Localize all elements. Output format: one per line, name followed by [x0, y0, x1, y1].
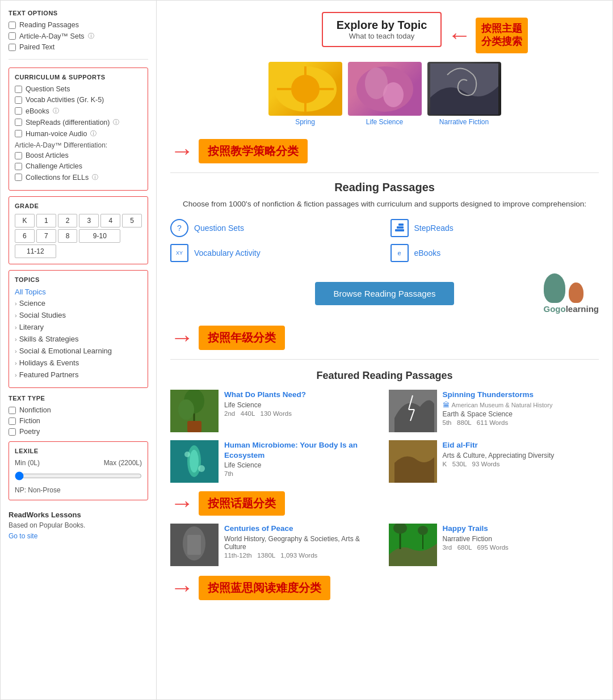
boost-articles-checkbox[interactable]: [15, 152, 22, 159]
vocab-activities-checkbox[interactable]: [15, 96, 22, 104]
trails-topic: Narrative Fiction: [443, 535, 599, 543]
readworks-link[interactable]: Go to site: [9, 532, 37, 540]
bird1-icon: [544, 273, 565, 303]
ebooks-icon: e: [391, 244, 409, 262]
sidebar-item-literary[interactable]: › Literary: [15, 322, 142, 332]
readworks-section: ReadWorks Lessons Based on Popular Books…: [9, 511, 148, 540]
grade-6[interactable]: 6: [15, 229, 35, 243]
sidebar-item-science[interactable]: › Science: [15, 298, 142, 308]
svg-rect-29: [187, 535, 201, 555]
trails-title[interactable]: Happy Trails: [443, 524, 599, 534]
grade-7[interactable]: 7: [36, 229, 56, 243]
ebooks-info-icon: ⓘ: [53, 107, 59, 115]
grade-k[interactable]: K: [15, 214, 35, 227]
reading-passages-checkbox[interactable]: [9, 22, 16, 29]
ebooks-checkbox[interactable]: [15, 107, 22, 115]
grade-1[interactable]: 1: [36, 214, 56, 227]
boost-articles-option[interactable]: Boost Articles: [15, 151, 142, 159]
nonfiction-checkbox[interactable]: [9, 407, 16, 414]
explore-subtitle: What to teach today: [337, 32, 427, 40]
eid-info: Eid al-Fitr Arts & Culture, Appreciating…: [443, 440, 599, 467]
plants-title[interactable]: What Do Plants Need?: [224, 390, 381, 400]
grade-11-12[interactable]: 11-12: [15, 244, 56, 258]
peace-title[interactable]: Centuries of Peace: [224, 524, 381, 534]
human-voice-option[interactable]: Human-voice Audio ⓘ: [15, 129, 142, 138]
micro-title[interactable]: Human Microbiome: Your Body Is an Ecosys…: [224, 440, 381, 460]
peace-thumbnail: [170, 524, 219, 566]
human-voice-info-icon: ⓘ: [90, 129, 96, 138]
lexile-range-row: Min (0L) Max (2200L): [15, 459, 142, 467]
paired-text-option[interactable]: Paired Text: [9, 43, 148, 51]
reading-passages-option[interactable]: Reading Passages: [9, 21, 148, 29]
grade-8[interactable]: 8: [58, 229, 78, 243]
sidebar-item-skills[interactable]: › Skills & Strategies: [15, 334, 142, 344]
all-topics-link[interactable]: All Topics: [15, 288, 142, 296]
thunder-title[interactable]: Spinning Thunderstorms: [443, 390, 599, 400]
grade-2[interactable]: 2: [58, 214, 78, 227]
sidebar-item-holidays[interactable]: › Holidays & Events: [15, 358, 142, 368]
human-voice-checkbox[interactable]: [15, 130, 22, 137]
grade-title: GRADE: [15, 203, 142, 209]
poetry-checkbox[interactable]: [9, 428, 16, 436]
readworks-subtitle: Based on Popular Books.: [9, 521, 148, 529]
paired-text-checkbox[interactable]: [9, 44, 16, 51]
passage-grid-2: Centuries of Peace World History, Geogra…: [170, 524, 599, 566]
gogolearning-logo: Gogolearning: [454, 273, 599, 314]
stepreads-option[interactable]: StepReads (differentiation) ⓘ: [15, 118, 142, 126]
sel-label: Social & Emotional Learning: [19, 347, 112, 355]
chevron-right-icon: ›: [15, 324, 17, 331]
challenge-articles-checkbox[interactable]: [15, 163, 22, 170]
article-aday-label: Article-A-Day™ Sets: [19, 32, 85, 40]
svg-rect-16: [187, 421, 201, 432]
stepreads-checkbox[interactable]: [15, 119, 22, 126]
vocab-feature-label: Vocabulary Activity: [194, 248, 261, 258]
collections-ells-option[interactable]: Collections for ELLs ⓘ: [15, 173, 142, 182]
browse-reading-passages-button[interactable]: Browse Reading Passages: [315, 282, 454, 305]
challenge-articles-option[interactable]: Challenge Articles: [15, 162, 142, 170]
spring-label: Spring: [268, 118, 342, 126]
article-aday-checkbox[interactable]: [9, 32, 16, 40]
svg-rect-12: [398, 224, 404, 226]
article-aday-option[interactable]: Article-A-Day™ Sets ⓘ: [9, 32, 148, 40]
lexile-annotation: ← 按照蓝思阅读难度分类: [170, 574, 599, 601]
ebooks-option[interactable]: eBooks ⓘ: [15, 107, 142, 115]
literary-label: Literary: [19, 323, 44, 331]
vocab-activities-option[interactable]: Vocab Activities (Gr. K-5): [15, 96, 142, 104]
collections-ells-info-icon: ⓘ: [92, 173, 98, 182]
explore-box: Explore by Topic What to teach today: [322, 12, 442, 47]
eid-meta: K 530L 93 Words: [443, 461, 599, 467]
nonfiction-option[interactable]: Nonfiction: [9, 406, 148, 414]
grade-4[interactable]: 4: [100, 214, 120, 227]
poetry-option[interactable]: Poetry: [9, 428, 148, 436]
reading-passages-desc: Choose from 1000's of nonfiction & ficti…: [170, 199, 599, 210]
passage-card-eid: Eid al-Fitr Arts & Culture, Appreciating…: [389, 440, 599, 483]
topic-spring[interactable]: Spring: [268, 62, 342, 126]
svg-rect-10: [395, 229, 404, 231]
lexile-min-label: Min (0L): [15, 459, 40, 467]
question-sets-option[interactable]: Question Sets: [15, 85, 142, 93]
topic-lifescience[interactable]: Life Science: [348, 62, 422, 126]
grade-3[interactable]: 3: [79, 214, 99, 227]
feature-vocab[interactable]: XY Vocabulary Activity: [170, 244, 379, 262]
svg-rect-11: [397, 226, 404, 229]
grade-9-10[interactable]: 9-10: [79, 229, 120, 243]
thunder-topic: Earth & Space Science: [443, 410, 599, 418]
svg-point-25: [198, 465, 205, 472]
bird2-icon: [569, 282, 583, 303]
sidebar-item-featured-partners[interactable]: › Featured Partners: [15, 370, 142, 379]
fiction-checkbox[interactable]: [9, 418, 16, 425]
grade-5[interactable]: 5: [122, 214, 142, 227]
browse-row: Browse Reading Passages Gogolearning: [170, 273, 599, 314]
question-sets-checkbox[interactable]: [15, 86, 22, 93]
feature-ebooks[interactable]: e eBooks: [391, 244, 599, 262]
nonfiction-label: Nonfiction: [19, 406, 51, 414]
feature-question-sets[interactable]: ? Question Sets: [170, 219, 379, 237]
collections-ells-checkbox[interactable]: [15, 174, 22, 181]
eid-title[interactable]: Eid al-Fitr: [443, 440, 599, 450]
topic-narrativefiction[interactable]: Narrative Fiction: [427, 62, 501, 126]
lexile-slider[interactable]: [15, 471, 142, 480]
sidebar-item-sel[interactable]: › Social & Emotional Learning: [15, 346, 142, 356]
feature-stepreads[interactable]: StepReads: [391, 219, 599, 237]
sidebar-item-social-studies[interactable]: › Social Studies: [15, 310, 142, 320]
fiction-option[interactable]: Fiction: [9, 417, 148, 425]
